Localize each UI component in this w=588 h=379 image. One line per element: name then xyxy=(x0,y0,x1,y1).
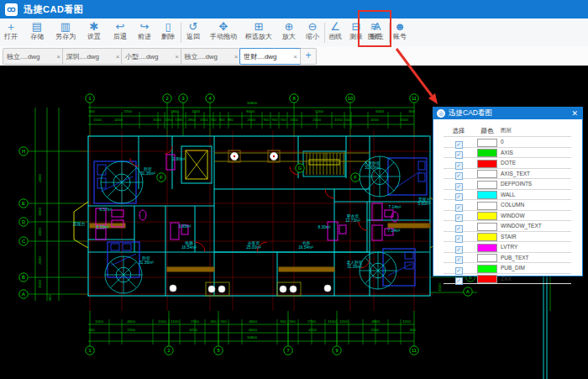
dimension-text: 4700 xyxy=(308,329,317,332)
layer-name: WALL xyxy=(501,192,571,197)
dimension-text: 1500 xyxy=(93,118,102,122)
room-label: 6.57m² xyxy=(100,208,113,212)
toolbar-button-label: 返回 xyxy=(186,33,200,40)
toolbar-button-zoom-out[interactable]: ⊖缩小 xyxy=(306,20,319,40)
dimension-text: 7200 xyxy=(127,329,135,332)
grid-bubble-E: E xyxy=(18,198,28,208)
dimension-text: 1350 xyxy=(165,118,173,122)
dimension-text: 1200 xyxy=(158,320,166,324)
forward-icon: ↪ xyxy=(138,20,151,33)
grid-bubble-H: H xyxy=(18,146,28,155)
layer-name: AXIS_TEXT xyxy=(501,171,571,176)
toolbar-button-measure[interactable]: ⊟测量 xyxy=(349,20,363,40)
dimension-text: 900 xyxy=(289,320,295,324)
toolbar-button-label: 打开 xyxy=(4,33,18,40)
toolbar-button-layers[interactable]: ≋图层 xyxy=(368,20,381,40)
toolbar-button-manual-drag[interactable]: ✥手动拖动 xyxy=(210,20,237,40)
toolbar-button-box-zoom[interactable]: ⊞框选放大 xyxy=(245,20,272,40)
dimension-text: 1550 xyxy=(290,118,298,122)
tab-1[interactable]: 独立....dwg× xyxy=(3,48,65,65)
delete-icon: ▯ xyxy=(161,20,175,33)
grid-bubble-1: 1 xyxy=(85,93,94,103)
dimension-text: 1350 xyxy=(200,118,208,122)
layers-panel-header[interactable]: ◎ 迅捷CAD看图 ✕ xyxy=(433,108,582,119)
toolbar-button-save-as[interactable]: ▥另存为 xyxy=(55,20,76,40)
layer-name: DEFPOINTS xyxy=(501,181,571,187)
toolbar-button-forward[interactable]: ↪前进 xyxy=(138,20,151,40)
dimension-text: 2100 xyxy=(312,118,321,122)
dimension-text: 4800 xyxy=(249,320,257,324)
room-label: 电脑16.54m² xyxy=(181,241,197,250)
dimension-text: 1381 xyxy=(175,118,183,122)
toolbar-button-return[interactable]: ↺返回 xyxy=(186,20,200,40)
dimension-text: 4800 xyxy=(39,174,42,182)
tab-close-icon[interactable]: × xyxy=(56,53,60,61)
tab-close-icon[interactable]: × xyxy=(175,53,179,61)
room-label: 更衣室12.73m² xyxy=(345,214,360,223)
toolbar-button-label: 图层 xyxy=(368,33,381,40)
manual-drag-icon: ✥ xyxy=(210,20,237,33)
toolbar-button-save[interactable]: ▤存储 xyxy=(30,20,44,40)
layer-name: LVTRY xyxy=(501,244,571,250)
dimension-text: 1800 xyxy=(39,208,42,216)
room-label: 7.14m² xyxy=(388,229,401,233)
room-label: 老人卧室31.36m² xyxy=(346,261,362,269)
grid-bubble-8: 8 xyxy=(289,93,298,103)
tab-close-icon[interactable]: × xyxy=(116,53,120,61)
room-label: 景观台 xyxy=(73,222,85,226)
dimension-text: 900 xyxy=(271,118,277,122)
layer-row-ZXX[interactable]: ✓ZXX xyxy=(444,273,571,285)
tab-5[interactable]: 世财....dwg× xyxy=(239,48,302,65)
toolbar-separator xyxy=(324,23,325,43)
column-layer: 图层 xyxy=(501,127,571,134)
toolbar-button-open[interactable]: ＋打开 xyxy=(4,20,18,40)
grid-bubble-9: 9 xyxy=(332,345,341,355)
toolbar-button-account[interactable]: ☻账号 xyxy=(393,20,407,40)
toolbar-button-draw-line[interactable]: ∠画线 xyxy=(328,20,342,40)
toolbar-button-settings[interactable]: ✱设置 xyxy=(87,20,101,40)
dimension-text: 1500 xyxy=(39,280,42,288)
layer-name: 0 xyxy=(501,139,571,145)
dimension-text: 980 xyxy=(227,118,233,122)
tab-3[interactable]: 小型....dwg× xyxy=(121,48,183,65)
tab-4[interactable]: 独立....dwg× xyxy=(181,48,243,65)
close-icon[interactable]: ✕ xyxy=(571,109,578,118)
zoom-in-icon: ⊕ xyxy=(282,20,296,33)
toolbar: ＋打开▤存储▥另存为✱设置↩后退↪前进▯删除↺返回✥手动拖动⊞框选放大⊕放大⊖缩… xyxy=(0,18,588,47)
dimension-text: 1500 xyxy=(153,118,161,122)
dimension-text: 1200 xyxy=(339,320,348,324)
toolbar-button-delete[interactable]: ▯删除 xyxy=(161,20,175,40)
open-icon: ＋ xyxy=(4,20,18,33)
dimension-text: 1800 xyxy=(171,110,179,113)
room-label: 儿童卧室31.70m² xyxy=(364,161,380,170)
dimension-text: 7200 xyxy=(370,329,379,332)
tab-close-icon[interactable]: × xyxy=(234,53,239,61)
grid-bubble-C: C xyxy=(18,236,28,245)
zoom-out-icon: ⊖ xyxy=(306,20,319,33)
room-label: 6.33m² xyxy=(97,225,109,229)
dimension-text: 2180 xyxy=(39,256,42,265)
dimension-text: 8000 xyxy=(246,110,255,113)
layer-name: COLUMN xyxy=(501,202,571,208)
toolbar-button-zoom-in[interactable]: ⊕放大 xyxy=(282,20,296,40)
panel-title: 迅捷CAD看图 xyxy=(449,108,571,118)
tab-2[interactable]: 深圳....dwg× xyxy=(62,48,124,65)
dimension-text: 1200 xyxy=(95,320,103,324)
return-icon: ↺ xyxy=(186,20,200,33)
dimension-text: 1100 xyxy=(171,320,178,324)
dimension-text: 1550 xyxy=(334,118,343,122)
dimension-text: 900 xyxy=(280,320,286,324)
add-tab-button[interactable]: + xyxy=(300,48,317,65)
dimension-text: 1100 xyxy=(328,320,335,324)
dimension-text: 300 xyxy=(88,329,94,332)
dimension-text: 500 xyxy=(344,118,350,122)
layer-checkbox[interactable]: ✓ xyxy=(455,277,463,285)
dimension-text: 4200 xyxy=(370,118,379,122)
dimension-text: 1800 xyxy=(39,228,42,236)
toolbar-button-back[interactable]: ↩后退 xyxy=(113,20,127,40)
toolbar-separator xyxy=(389,23,390,43)
tab-close-icon[interactable]: × xyxy=(293,53,297,61)
toolbar-button-label: 另存为 xyxy=(55,33,76,40)
grid-bubble-10: 10 xyxy=(345,93,354,103)
room-label: 景观台5.60m² xyxy=(418,197,431,206)
